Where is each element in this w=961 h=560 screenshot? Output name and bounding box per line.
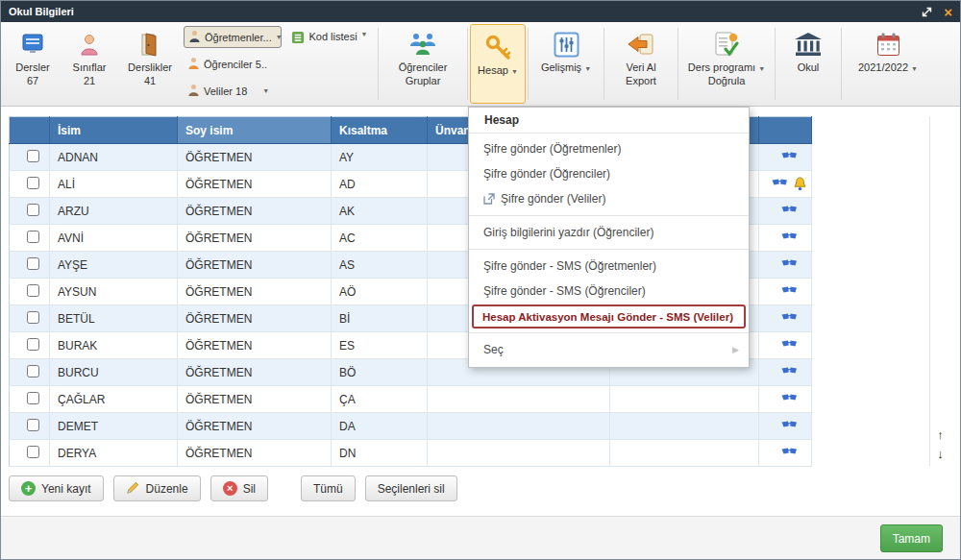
ogrenciler-button[interactable]: Öğrenciler 5.. [184,53,282,75]
close-icon[interactable]: × [944,5,952,19]
sil-button[interactable]: × Sil [210,475,268,501]
ders-programi-dogrula-button[interactable]: Ders programı ▼ Doğrula [680,22,773,106]
toolbar-separator [678,28,678,100]
table-row[interactable]: ÇAĞLAR ÖĞRETMEN ÇA [10,386,812,413]
school-year-selector[interactable]: 2021/2022 ▼ [844,22,932,106]
kod-listesi-button[interactable]: Kod listesi ▼ [283,22,376,106]
glasses-icon[interactable] [772,179,788,188]
siniflar-button[interactable]: Sınıflar 21 [61,22,118,106]
row-checkbox[interactable] [27,311,39,324]
hesap-button[interactable]: Hesap ▼ [470,24,526,104]
hesap-menu-item[interactable]: Giriş bilgilerini yazdır (Öğrenciler) [469,220,749,245]
glasses-icon[interactable] [781,152,798,161]
veliler-button[interactable]: Veliler 18 ▼ [184,80,282,102]
row-checkbox[interactable] [27,231,39,243]
maximize-icon[interactable] [922,7,932,17]
scroll-up-icon[interactable]: ↑ [937,428,944,441]
cell-icons [759,413,812,440]
menu-item-label: Şifre gönder (Öğretmenler) [483,142,621,156]
header-isim[interactable]: İsim [50,117,178,144]
secilenleri-sil-button[interactable]: Seçilenleri sil [365,475,457,501]
header-kisaltma[interactable]: Kısaltma [332,117,428,144]
row-checkbox[interactable] [27,338,39,351]
cell-icons [759,279,812,305]
tamam-button[interactable]: Tamam [880,524,943,552]
menu-item-label: Seç [483,343,504,356]
glasses-icon[interactable] [781,421,798,430]
header-soy-isim[interactable]: Soy isim [178,117,332,144]
cell-unvan [428,386,610,413]
glasses-icon[interactable] [781,232,798,242]
table-row[interactable]: DERYA ÖĞRETMEN DN [10,440,812,467]
hesap-menu-item[interactable]: Seç▶ [469,337,749,362]
cell-icons [759,359,812,386]
row-checkbox[interactable] [27,150,39,162]
siniflar-count: 21 [84,75,95,86]
glasses-icon[interactable] [781,367,798,377]
cell-checkbox [10,279,50,305]
gelismis-button[interactable]: Gelişmiş ▼ [530,22,602,106]
menu-item-label: Şifre gönder (Öğrenciler) [483,167,610,181]
scroll-down-icon[interactable]: ↓ [937,448,944,460]
toolbar-separator [604,28,604,100]
row-checkbox[interactable] [27,446,39,458]
okul-button[interactable]: Okul [777,22,839,106]
row-checkbox[interactable] [27,257,39,270]
tumu-button[interactable]: Tümü [301,475,356,501]
glasses-icon[interactable] [781,259,798,269]
glasses-icon[interactable] [781,206,798,215]
cell-checkbox [10,171,50,198]
external-link-icon [483,193,495,205]
chevron-down-icon: ▼ [276,34,283,40]
glasses-icon[interactable] [781,313,798,323]
row-checkbox[interactable] [27,365,39,377]
row-checkbox[interactable] [27,392,39,404]
cell-soy-isim: ÖĞRETMEN [178,332,332,359]
menu-item-label: Şifre gönder - SMS (Öğretmenler) [483,259,656,273]
cell-icons [759,144,812,171]
toolbar-separator [467,28,468,100]
calendar-icon [875,29,901,60]
veliler-label: Veliler 18 [204,85,247,97]
cell-checkbox [10,198,50,225]
row-checkbox[interactable] [27,284,39,297]
cell-kisaltma: ES [332,332,428,359]
hesap-menu-item[interactable]: Şifre gönder (Veliler) [469,186,749,211]
cell-isim: BURCU [50,359,178,386]
bottom-bar: Tamam [1,516,960,559]
hesap-menu-item[interactable]: Şifre gönder (Öğretmenler) [469,136,749,161]
okul-bilgileri-dialog: Okul Bilgileri × Dersler 67 Sınıflar 21 [0,0,961,560]
dersler-button[interactable]: Dersler 67 [5,22,61,106]
veri-al-export-button[interactable]: Veri Al Export [606,22,676,106]
glasses-icon[interactable] [781,394,798,403]
glasses-icon[interactable] [781,340,798,350]
hesap-menu-item[interactable]: Şifre gönder (Öğrenciler) [469,161,749,186]
ogrenciler-gruplar-button[interactable]: Öğrenciler Gruplar [381,22,465,106]
header-checkbox-column [10,117,50,144]
derslikler-button[interactable]: Derslikler 41 [118,22,182,106]
glasses-icon[interactable] [781,286,798,296]
yeni-kayit-button[interactable]: + Yeni kayıt [9,475,104,501]
cell-isim: ADNAN [50,144,178,171]
row-checkbox[interactable] [27,204,39,216]
row-checkbox[interactable] [27,419,39,431]
titlebar: Okul Bilgileri × [1,1,960,22]
cell-kisaltma: AC [332,225,428,252]
hesap-menu-item[interactable]: Şifre gönder - SMS (Öğrenciler) [469,279,749,304]
ogretmenler-button[interactable]: Öğretmenler... ▼ [184,26,282,48]
menu-item-label: Hesap Aktivasyon Mesajı Gönder - SMS (Ve… [482,311,733,323]
hesap-menu-item-highlighted[interactable]: Hesap Aktivasyon Mesajı Gönder - SMS (Ve… [472,304,746,329]
row-checkbox[interactable] [27,177,39,189]
toolbar-separator [775,28,776,100]
menu-item-label: Giriş bilgilerini yazdır (Öğrenciler) [483,226,653,239]
cell-unvan [428,440,610,467]
table-row[interactable]: DEMET ÖĞRETMEN DA [10,413,812,440]
hesap-dropdown-menu: Hesap Şifre gönder (Öğretmenler)Şifre gö… [468,107,750,368]
cell-kisaltma: DN [332,440,428,467]
cell-kisaltma: AD [332,171,428,198]
duzenle-button[interactable]: Düzenle [113,475,201,501]
menu-item-label: Şifre gönder - SMS (Öğrenciler) [483,284,646,298]
glasses-icon[interactable] [781,448,798,457]
cell-checkbox [10,305,50,332]
hesap-menu-item[interactable]: Şifre gönder - SMS (Öğretmenler) [469,254,749,279]
